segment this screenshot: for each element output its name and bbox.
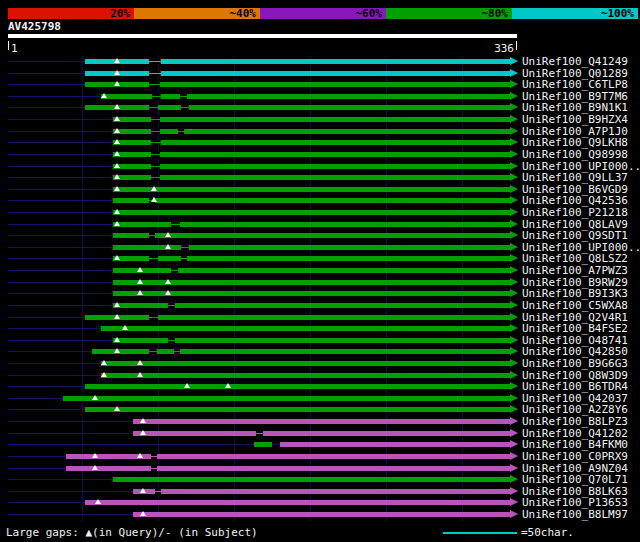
hit-label[interactable]: UniRef100_Q8LSZ2 (522, 253, 628, 264)
hit-bar[interactable] (66, 466, 510, 471)
hit-label[interactable]: UniRef100_A2Z8Y6 (522, 404, 628, 415)
hit-bar[interactable] (85, 500, 510, 505)
subject-gap-line (149, 235, 155, 236)
hit-label[interactable]: UniRef100_Q41249 (522, 56, 628, 67)
hit-label[interactable]: UniRef100_Q98998 (522, 149, 628, 160)
hit-bar[interactable] (113, 117, 510, 122)
hit-bar[interactable] (113, 477, 510, 482)
hit-label[interactable]: UniRef100_C5WXA8 (522, 300, 628, 311)
subject-gap-line (151, 119, 160, 120)
subject-gap-line (149, 317, 158, 318)
hit-bar[interactable] (101, 361, 510, 366)
hit-arrow-right (510, 382, 518, 390)
hit-bar[interactable] (133, 512, 510, 517)
hit-label[interactable]: UniRef100_Q42850 (522, 346, 628, 357)
hit-label[interactable]: UniRef100_Q70L71 (522, 474, 628, 485)
subject-gap-line (151, 468, 157, 469)
hit-label[interactable]: UniRef100_B8LM97 (522, 509, 628, 520)
subject-gap-line (174, 351, 180, 352)
hit-bar[interactable] (113, 233, 510, 238)
hit-arrow-right (510, 487, 518, 495)
hit-bar[interactable] (113, 152, 510, 157)
hit-label[interactable]: UniRef100_B6TDR4 (522, 381, 628, 392)
ruler-tick-start (8, 41, 9, 50)
identity-scale-label: ~40% (134, 8, 256, 19)
query-gap-marker (114, 255, 120, 260)
subject-gap-line (181, 247, 189, 248)
query-gap-marker (165, 232, 171, 237)
hit-bar[interactable] (113, 129, 510, 134)
query-gap-marker (114, 337, 120, 342)
query-gap-marker (184, 383, 190, 388)
hit-bar[interactable] (113, 256, 510, 261)
hit-arrow-right (510, 429, 518, 437)
hit-label[interactable]: UniRef100_B4FSE2 (522, 323, 628, 334)
hit-label[interactable]: UniRef100_C6TLP8 (522, 79, 628, 90)
hit-label[interactable]: UniRef100_Q9LKH8 (522, 137, 628, 148)
hit-arrow-right (510, 347, 518, 355)
hit-bar[interactable] (254, 442, 272, 447)
subject-gap-line (149, 84, 160, 85)
query-gap-marker (137, 290, 143, 295)
gap-legend: Large gaps: ▲(in Query)/- (in Subject) (6, 527, 258, 538)
query-gap-marker (114, 151, 120, 156)
hit-bar[interactable] (113, 291, 510, 296)
hit-bar[interactable] (101, 373, 510, 378)
hit-label[interactable]: UniRef100_Q9SDT1 (522, 230, 628, 241)
subject-gap-line (149, 107, 158, 108)
hit-label[interactable]: UniRef100_B9HZX4 (522, 114, 628, 125)
hit-bar[interactable] (113, 140, 510, 145)
hit-bar[interactable] (113, 164, 510, 169)
hit-bar[interactable] (63, 396, 510, 401)
hit-arrow-right (510, 301, 518, 309)
query-ruler-bar (8, 34, 517, 38)
hit-label[interactable]: UniRef100_B9I3K3 (522, 288, 628, 299)
hit-label[interactable]: UniRef100_Q9LL37 (522, 172, 628, 183)
query-gap-marker (92, 465, 98, 470)
hit-arrow-right (510, 231, 518, 239)
hit-bar[interactable] (280, 442, 510, 447)
hit-bar[interactable] (85, 384, 510, 389)
hit-bar[interactable] (101, 94, 510, 99)
hit-arrow-right (510, 115, 518, 123)
hit-bar[interactable] (113, 245, 510, 250)
hit-bar[interactable] (113, 198, 510, 203)
hit-label[interactable]: UniRef100_B9N1K1 (522, 102, 628, 113)
hit-arrow-right (510, 208, 518, 216)
subject-gap-line (152, 96, 161, 97)
hit-bar[interactable] (133, 489, 510, 494)
query-gap-marker (114, 58, 120, 63)
hit-arrow-right (510, 243, 518, 251)
hit-label[interactable]: UniRef100_C0PRX9 (522, 451, 628, 462)
hit-bar[interactable] (133, 419, 510, 424)
hit-bar[interactable] (113, 187, 510, 192)
query-gap-marker (101, 93, 107, 98)
hit-label[interactable]: UniRef100_B9G6G3 (522, 358, 628, 369)
hit-bar[interactable] (66, 454, 510, 459)
identity-scale-label: ~100% (512, 8, 634, 19)
hit-arrow-right (510, 196, 518, 204)
hit-bar[interactable] (133, 431, 510, 436)
hit-bar[interactable] (85, 407, 510, 412)
hit-label[interactable]: UniRef100_Q42536 (522, 195, 628, 206)
hit-label[interactable]: UniRef100_A7PWZ3 (522, 265, 628, 276)
identity-scale-label: ~80% (386, 8, 508, 19)
hit-bar[interactable] (113, 175, 510, 180)
query-gap-marker (140, 511, 146, 516)
hit-bar[interactable] (113, 210, 510, 215)
query-gap-marker (165, 279, 171, 284)
query-gap-marker (101, 372, 107, 377)
query-gap-marker (140, 488, 146, 493)
hit-arrow-right (510, 162, 518, 170)
hit-label[interactable]: UniRef100_P21218 (522, 207, 628, 218)
hit-label[interactable]: UniRef100_P13653 (522, 497, 628, 508)
scale-50char-line (443, 532, 517, 534)
subject-gap-line (168, 305, 176, 306)
query-gap-marker (114, 302, 120, 307)
hit-label[interactable]: UniRef100_B8LPZ3 (522, 416, 628, 427)
hit-label[interactable]: UniRef100_B4FKM0 (522, 439, 628, 450)
hit-arrow-right (510, 510, 518, 518)
hit-bar[interactable] (113, 280, 510, 285)
hit-bar[interactable] (101, 326, 510, 331)
hit-arrow-right (510, 371, 518, 379)
